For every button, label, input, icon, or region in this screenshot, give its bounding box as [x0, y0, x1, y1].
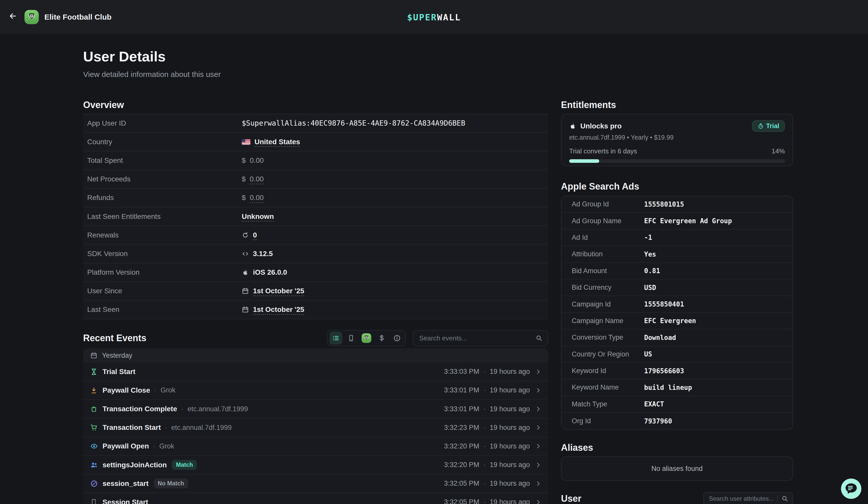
table-row: Renewals0 [83, 226, 548, 245]
chevron-right-icon [535, 499, 541, 504]
apple-icon [242, 269, 249, 276]
us-flag-icon [242, 139, 250, 145]
users-icon [90, 461, 102, 469]
table-row: Campaign Id1555850401 [561, 296, 793, 313]
row-value-text[interactable]: Unknown [242, 212, 274, 221]
main-column: User Details View detailed information a… [83, 0, 548, 504]
row-value: -1 [644, 234, 652, 241]
event-detail: etc.annual.7df.1999 [187, 405, 248, 413]
overview-table: App User ID$SuperwallAlias:40EC9876-A85E… [83, 114, 548, 319]
events-group-header: Yesterday [83, 348, 548, 363]
row-value: 1796566603 [644, 367, 684, 375]
event-time: 3:32:20 PM [444, 442, 479, 450]
separator-dot: · [153, 442, 155, 450]
recent-events-heading: Recent Events [83, 333, 146, 344]
table-row: Total Spent$0.00 [83, 151, 548, 170]
row-value: 1st October '25 [242, 305, 304, 314]
currency-icon: $ [242, 156, 246, 165]
back-button[interactable] [4, 8, 21, 26]
separator-dot: · [181, 405, 184, 413]
row-value: EXACT [644, 400, 664, 408]
event-name: Transaction Complete [103, 405, 177, 413]
event-row[interactable]: Paywall Open·Grok3:32:20 PM·19 hours ago [83, 437, 548, 456]
chevron-right-icon [535, 387, 541, 394]
separator-dot: · [483, 386, 486, 394]
row-value-text[interactable]: United States [255, 138, 300, 146]
event-row[interactable]: settingsJoinActionMatch3:32:20 PM·19 hou… [83, 456, 548, 474]
device-view-button[interactable] [345, 332, 358, 345]
user-attributes-search[interactable] [703, 492, 793, 504]
swirl-icon [90, 480, 102, 487]
table-row: Org Id7937960 [561, 413, 793, 429]
app-filter-button[interactable] [360, 332, 373, 345]
table-row: CountryUnited States [83, 133, 548, 151]
chat-widget-button[interactable] [841, 479, 861, 499]
user-details-page: Elite Football Club $UPERWALL User Detai… [0, 0, 868, 504]
event-row[interactable]: Session Start3:32:05 PM·19 hours ago [83, 493, 548, 504]
timer-icon [757, 123, 764, 129]
info-filter-button[interactable] [391, 332, 403, 345]
table-row: Match TypeEXACT [561, 396, 793, 413]
event-relative-time: 19 hours ago [489, 461, 530, 469]
events-search-input[interactable] [418, 334, 536, 343]
chevron-right-icon [535, 406, 541, 412]
row-value: $SuperwallAlias:40EC9876-A85E-4AE9-8762-… [242, 119, 465, 127]
events-view-toolbar [327, 330, 406, 346]
user-attributes-search-input[interactable] [708, 495, 775, 503]
apple-search-ads-table: Ad Group Id1555801015Ad Group NameEFC Ev… [561, 196, 793, 430]
row-value-text[interactable]: 0.00 [250, 194, 264, 202]
event-time: 3:32:05 PM [444, 480, 479, 487]
entitlement-name: Unlocks pro [580, 122, 622, 130]
separator-dot: · [483, 405, 486, 413]
event-row[interactable]: Transaction Complete·etc.annual.7df.1999… [83, 400, 548, 418]
row-label: SDK Version [87, 250, 242, 258]
bag-icon [90, 406, 102, 412]
currency-icon: $ [242, 175, 246, 183]
row-value: United States [242, 138, 300, 146]
row-value-text[interactable]: 0 [253, 231, 257, 239]
event-meta: 3:33:01 PM·19 hours ago [444, 405, 541, 413]
events-search[interactable] [413, 330, 548, 346]
separator-dot: · [483, 424, 486, 432]
aliases-heading: Aliases [561, 442, 793, 453]
table-row: App User ID$SuperwallAlias:40EC9876-A85E… [83, 114, 548, 133]
row-label: Last Seen [87, 305, 242, 314]
event-name: Transaction Start [103, 423, 161, 432]
entitlements-heading: Entitlements [561, 99, 793, 111]
table-row: Keyword Namebuild lineup [561, 379, 793, 396]
row-label: Total Spent [87, 156, 242, 165]
row-label: Keyword Name [572, 384, 644, 391]
device-icon [90, 498, 102, 504]
table-row: User Since1st October '25 [83, 282, 548, 301]
row-value-text[interactable]: 0.00 [250, 175, 264, 183]
event-meta: 3:32:05 PM·19 hours ago [444, 480, 541, 487]
app-logo-icon [362, 333, 371, 343]
aliases-empty-card: No aliases found [561, 456, 793, 481]
table-row: Country Or RegionUS [561, 346, 793, 363]
user-heading: User [561, 493, 581, 504]
event-row[interactable]: Transaction Start·etc.annual.7df.19993:3… [83, 419, 548, 437]
row-value: 1555850401 [644, 301, 684, 308]
aliases-empty-text: No aliases found [651, 465, 703, 473]
info-icon [393, 334, 401, 342]
arrow-down-icon [90, 387, 102, 394]
event-relative-time: 19 hours ago [489, 498, 530, 504]
row-value-text[interactable]: 1st October '25 [253, 305, 304, 314]
row-value: EFC Evergreen Ad Group [644, 217, 732, 225]
event-detail: Grok [161, 386, 175, 394]
event-name: Paywall Close [103, 386, 150, 395]
event-relative-time: 19 hours ago [489, 442, 530, 450]
row-value: 1st October '25 [242, 287, 304, 295]
row-label: Ad Group Id [572, 200, 644, 208]
event-relative-time: 19 hours ago [489, 405, 530, 413]
row-value: 0.81 [644, 267, 660, 275]
event-name: Paywall Open [103, 442, 149, 450]
row-value-text[interactable]: 1st October '25 [253, 287, 304, 295]
event-row[interactable]: Trial Start3:33:03 PM·19 hours ago [83, 363, 548, 381]
event-row[interactable]: Paywall Close·Grok3:33:01 PM·19 hours ag… [83, 381, 548, 400]
list-view-button[interactable] [329, 332, 342, 345]
list-icon [332, 334, 340, 342]
revenue-filter-button[interactable] [375, 332, 388, 345]
event-row[interactable]: session_startNo Match3:32:05 PM·19 hours… [83, 474, 548, 493]
row-value-text: 3.12.5 [253, 250, 273, 258]
